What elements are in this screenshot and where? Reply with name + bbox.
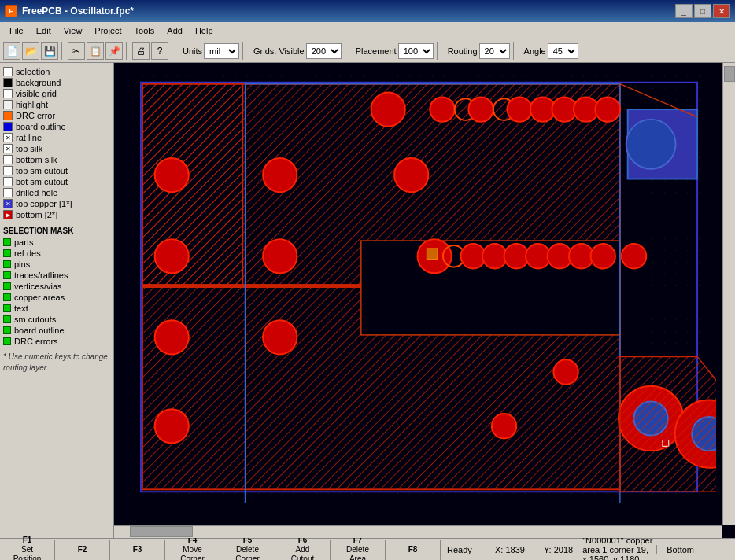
layer-bottom[interactable]: ▶ bottom [2*] (3, 209, 110, 220)
layer-drc-error[interactable]: DRC error (3, 110, 110, 121)
layer-bottom-label: bottom [2*] (16, 210, 57, 219)
svg-point-21 (155, 239, 189, 273)
svg-point-22 (155, 320, 189, 354)
layer-top-sm-cutout[interactable]: top sm cutout (3, 165, 110, 176)
svg-point-27 (394, 158, 428, 192)
sep7 (513, 42, 516, 60)
close-button[interactable]: ✕ (713, 4, 730, 18)
layer-top-silk[interactable]: ✕ top silk (3, 143, 110, 154)
fn8-key: F8 (408, 545, 418, 554)
mask-board-outline-label: board outline (14, 326, 65, 335)
fn1[interactable]: F1 Set Position (0, 540, 55, 560)
mask-parts[interactable]: parts (3, 237, 110, 248)
fn2[interactable]: F2 (55, 540, 110, 560)
svg-point-23 (155, 409, 189, 443)
horizontal-scrollbar[interactable] (114, 525, 722, 538)
mask-board-outline[interactable]: board outline (3, 325, 110, 336)
mask-sm-cutouts[interactable]: sm cutouts (3, 314, 110, 325)
layer-background-label: background (16, 78, 61, 87)
vertical-scrollbar[interactable] (722, 63, 735, 525)
sep4 (242, 42, 246, 60)
pcb-drawing[interactable] (122, 71, 716, 503)
layer-visible-grid[interactable]: visible grid (3, 88, 110, 99)
mask-traces-label: traces/ratlines (14, 271, 68, 280)
drilled-hole-swatch (3, 188, 13, 197)
cut-button[interactable]: ✂ (68, 42, 85, 60)
svg-point-45 (553, 359, 578, 384)
board-outline-swatch (3, 122, 13, 131)
svg-point-24 (263, 158, 297, 192)
minimize-button[interactable]: _ (675, 4, 693, 18)
placement-select[interactable]: 100 50 (398, 43, 434, 59)
new-button[interactable]: 📄 (3, 42, 20, 60)
fn6[interactable]: F6 Add Cutout (275, 540, 331, 560)
window-controls[interactable]: _ □ ✕ (675, 4, 730, 18)
mask-ref-des[interactable]: ref des (3, 248, 110, 259)
menu-view[interactable]: View (57, 24, 89, 37)
layer-selection[interactable]: selection (3, 66, 110, 77)
pcb-canvas-area[interactable] (114, 63, 735, 538)
mask-text[interactable]: text (3, 303, 110, 314)
layer-drilled-hole[interactable]: drilled hole (3, 187, 110, 198)
mask-traces-swatch (3, 271, 11, 279)
sep3 (172, 42, 175, 60)
svg-point-26 (263, 320, 297, 354)
menu-edit[interactable]: Edit (30, 24, 57, 37)
scroll-thumb-v[interactable] (724, 66, 735, 82)
selection-mask-title: SELECTION MASK (3, 227, 110, 235)
fn4[interactable]: F4 Move Corner (165, 540, 220, 560)
maximize-button[interactable]: □ (694, 4, 711, 18)
copy-button[interactable]: 📋 (87, 42, 104, 60)
open-button[interactable]: 📂 (22, 42, 39, 60)
layer-bot-sm-cutout[interactable]: bot sm cutout (3, 176, 110, 187)
fn3-key: F3 (133, 545, 142, 554)
mask-drc-errors[interactable]: DRC errors (3, 336, 110, 347)
layer-bot-sm-cutout-label: bot sm cutout (16, 177, 68, 186)
routing-select[interactable]: 20 10 (479, 43, 510, 59)
routing-hint: * Use numeric keys to change routing lay… (3, 352, 110, 374)
mask-text-swatch (3, 304, 11, 312)
menu-add[interactable]: Add (161, 24, 189, 37)
angle-select[interactable]: 45 90 (548, 43, 578, 59)
mask-vertices[interactable]: vertices/vias (3, 281, 110, 292)
units-label: Units (183, 46, 202, 56)
fn8[interactable]: F8 (386, 540, 441, 560)
layer-top-sm-cutout-label: top sm cutout (16, 166, 68, 175)
sep2 (126, 42, 129, 60)
mask-ref-des-swatch (3, 249, 11, 257)
fn5[interactable]: F5 Delete Corner (220, 540, 275, 560)
save-button[interactable]: 💾 (41, 42, 58, 60)
layer-top-copper-label: top copper [1*] (16, 199, 72, 208)
fn7[interactable]: F7 Delete Area (331, 540, 386, 560)
menu-help[interactable]: Help (189, 24, 220, 37)
mask-traces[interactable]: traces/ratlines (3, 270, 110, 281)
layer-highlight[interactable]: highlight (3, 99, 110, 110)
layer-bottom-silk[interactable]: bottom silk (3, 154, 110, 165)
grids-select[interactable]: 200 100 50 (306, 43, 342, 59)
menu-project[interactable]: Project (88, 24, 127, 37)
layer-board-outline[interactable]: board outline (3, 121, 110, 132)
main-area: selection background visible grid highli… (0, 63, 735, 538)
bottom-swatch: ▶ (3, 210, 13, 219)
mask-sm-cutouts-label: sm cutouts (14, 315, 56, 324)
paste-button[interactable]: 📌 (105, 42, 123, 60)
help-button[interactable]: ? (151, 42, 168, 60)
menu-file[interactable]: File (3, 24, 30, 37)
sep1 (61, 42, 65, 60)
mask-parts-swatch (3, 238, 11, 246)
layer-top-copper[interactable]: ✕ top copper [1*] (3, 198, 110, 209)
mask-copper-areas[interactable]: copper areas (3, 292, 110, 303)
layer-highlight-label: highlight (16, 100, 48, 109)
left-panel: selection background visible grid highli… (0, 63, 114, 538)
menubar: File Edit View Project Tools Add Help (0, 22, 735, 39)
layer-bottom-silk-label: bottom silk (16, 155, 57, 164)
menu-tools[interactable]: Tools (128, 24, 161, 37)
layer-background[interactable]: background (3, 77, 110, 88)
mask-pins[interactable]: pins (3, 259, 110, 270)
mask-pins-label: pins (14, 260, 30, 269)
scroll-thumb-h[interactable] (130, 526, 193, 537)
units-select[interactable]: mil mm (204, 43, 239, 59)
fn3[interactable]: F3 (110, 540, 165, 560)
layer-rat-line[interactable]: ✕ rat line (3, 132, 110, 143)
print-button[interactable]: 🖨 (132, 42, 150, 60)
